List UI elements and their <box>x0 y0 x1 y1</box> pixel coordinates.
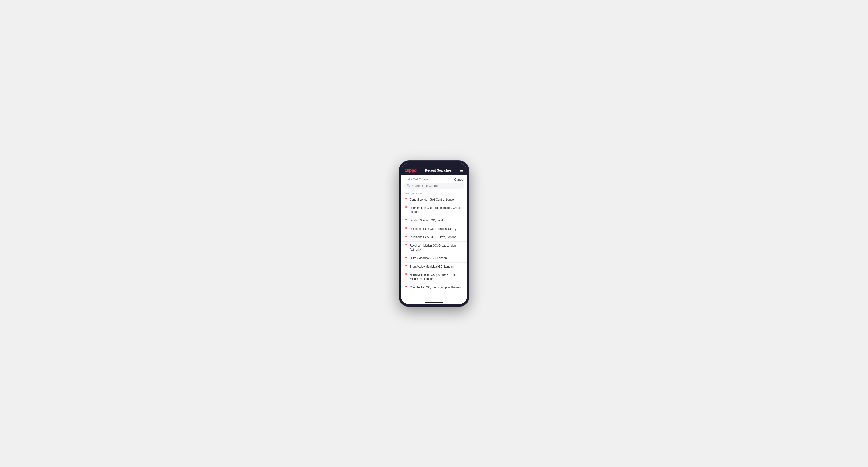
location-pin-icon: 📍 <box>404 219 408 222</box>
location-pin-icon: 📍 <box>404 265 408 268</box>
list-item[interactable]: 📍North Middlesex GC (1011942 - North Mid… <box>401 271 467 283</box>
list-item[interactable]: 📍London Scottish GC, London <box>401 216 467 225</box>
list-item[interactable]: 📍Richmond Park GC - Prince's, Surrey <box>401 225 467 234</box>
find-header: Find a Golf Course Cancel <box>401 175 467 183</box>
course-name: North Middlesex GC (1011942 - North Midd… <box>410 273 464 281</box>
search-input[interactable] <box>411 184 461 188</box>
location-pin-icon: 📍 <box>404 206 408 210</box>
course-name: Royal Wimbledon GC, Great London Authori… <box>410 244 464 252</box>
status-bar <box>401 163 467 166</box>
nav-title: Recent Searches <box>425 168 452 172</box>
course-name: Roehampton Club - Roehampton, Greater Lo… <box>410 206 464 214</box>
location-pin-icon: 📍 <box>404 236 408 239</box>
home-indicator <box>401 300 467 304</box>
course-name: Central London Golf Centre, London <box>410 198 455 202</box>
phone-screen: clippd Recent Searches ☰ Find a Golf Cou… <box>401 163 467 304</box>
course-name: Richmond Park GC - Duke's, London <box>410 235 456 239</box>
location-pin-icon: 📍 <box>404 256 408 260</box>
app-logo: clippd <box>405 168 416 173</box>
search-box[interactable]: 🔍 <box>404 183 464 189</box>
cancel-button[interactable]: Cancel <box>454 178 464 181</box>
location-pin-icon: 📍 <box>404 227 408 230</box>
list-item[interactable]: 📍Roehampton Club - Roehampton, Greater L… <box>401 204 467 216</box>
course-name: Richmond Park GC - Prince's, Surrey <box>410 227 457 231</box>
list-item[interactable]: 📍Royal Wimbledon GC, Great London Author… <box>401 242 467 254</box>
course-name: Brent Valley Municipal GC, London <box>410 265 454 269</box>
list-item[interactable]: 📍Central London Golf Centre, London <box>401 196 467 204</box>
list-item[interactable]: 📍Coombe Hill GC, Kingston upon Thames <box>401 283 467 292</box>
course-name: Coombe Hill GC, Kingston upon Thames <box>410 285 461 289</box>
course-list: 📍Central London Golf Centre, London📍Roeh… <box>401 196 467 300</box>
main-content: Find a Golf Course Cancel 🔍 Nearby cours… <box>401 175 467 300</box>
phone-frame: clippd Recent Searches ☰ Find a Golf Cou… <box>399 160 469 307</box>
find-label: Find a Golf Course <box>404 178 428 181</box>
course-name: London Scottish GC, London <box>410 219 446 222</box>
location-pin-icon: 📍 <box>404 198 408 201</box>
course-name: Dukes Meadows GC, London <box>410 256 447 260</box>
location-pin-icon: 📍 <box>404 244 408 247</box>
nearby-section-label: Nearby courses <box>401 191 467 196</box>
list-item[interactable]: 📍Brent Valley Municipal GC, London <box>401 262 467 271</box>
location-pin-icon: 📍 <box>404 286 408 289</box>
menu-icon[interactable]: ☰ <box>460 168 463 173</box>
home-bar <box>425 302 443 303</box>
location-pin-icon: 📍 <box>404 273 408 277</box>
notch <box>425 163 443 166</box>
list-item[interactable]: 📍Richmond Park GC - Duke's, London <box>401 233 467 242</box>
top-nav: clippd Recent Searches ☰ <box>401 166 467 175</box>
search-icon: 🔍 <box>407 184 410 187</box>
list-item[interactable]: 📍Dukes Meadows GC, London <box>401 254 467 262</box>
